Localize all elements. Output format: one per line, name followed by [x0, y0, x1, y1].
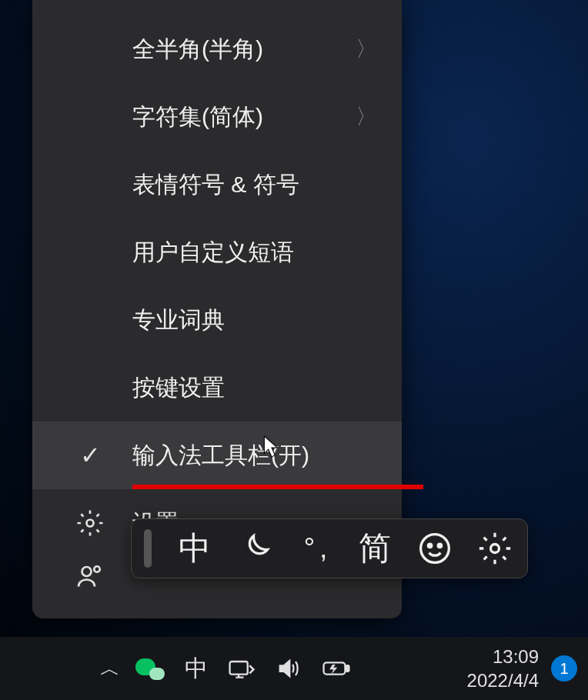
- battery-icon[interactable]: [322, 658, 351, 678]
- svg-point-4: [428, 544, 431, 547]
- feedback-icon: [76, 562, 104, 590]
- network-icon[interactable]: [228, 657, 256, 680]
- ime-mode-button[interactable]: 中: [175, 528, 215, 568]
- svg-point-3: [421, 535, 449, 563]
- svg-point-5: [438, 544, 441, 547]
- svg-point-2: [94, 566, 100, 572]
- check-icon: ✓: [80, 441, 101, 470]
- menu-label: 全半角(半角): [132, 34, 356, 65]
- ime-indicator[interactable]: 中: [185, 653, 208, 685]
- menu-label: 字符集(简体): [132, 102, 356, 133]
- menu-item-full-half-width[interactable]: 全半角(半角) 〉: [32, 15, 402, 83]
- menu-label: 用户自定义短语: [132, 237, 383, 268]
- emoji-icon[interactable]: [415, 528, 455, 568]
- svg-point-1: [82, 567, 92, 576]
- menu-item-charset[interactable]: 字符集(简体) 〉: [32, 83, 402, 151]
- gear-icon[interactable]: [475, 528, 515, 568]
- menu-label: 表情符号 & 符号: [132, 169, 383, 201]
- svg-point-6: [491, 545, 499, 553]
- gear-icon: [76, 509, 104, 537]
- clock[interactable]: 13:09 2022/4/4: [467, 645, 539, 692]
- svg-rect-7: [230, 662, 248, 675]
- svg-rect-9: [346, 665, 349, 672]
- chevron-right-icon: 〉: [356, 35, 383, 64]
- menu-item-emoji-symbols[interactable]: 表情符号 & 符号: [32, 151, 402, 218]
- menu-label: 按键设置: [132, 372, 383, 404]
- taskbar: ︿ 中 13:09 2022/4/4 1: [0, 637, 588, 700]
- charset-button[interactable]: 简: [355, 528, 395, 568]
- menu-item-ime-toolbar[interactable]: ✓ 输入法工具栏(开): [32, 422, 402, 489]
- time: 13:09: [467, 645, 539, 668]
- menu-item-key-settings[interactable]: 按键设置: [32, 354, 402, 422]
- menu-label: 专业词典: [132, 305, 383, 336]
- volume-icon[interactable]: [276, 657, 302, 680]
- punctuation-button[interactable]: ° ,: [295, 528, 335, 568]
- ime-toolbar[interactable]: 中 ° , 简: [131, 518, 528, 578]
- menu-item-user-phrases[interactable]: 用户自定义短语: [32, 218, 402, 286]
- svg-point-0: [87, 520, 94, 527]
- date: 2022/4/4: [467, 668, 539, 692]
- notification-badge[interactable]: 1: [551, 655, 577, 682]
- drag-handle[interactable]: [144, 529, 152, 568]
- moon-icon[interactable]: [235, 528, 275, 568]
- menu-label: 输入法工具栏(开): [132, 440, 383, 472]
- menu-item-pro-dictionary[interactable]: 专业词典: [32, 286, 402, 354]
- wechat-icon[interactable]: [135, 657, 165, 680]
- chevron-right-icon: 〉: [356, 102, 383, 132]
- tray-chevron-up-icon[interactable]: ︿: [100, 655, 120, 682]
